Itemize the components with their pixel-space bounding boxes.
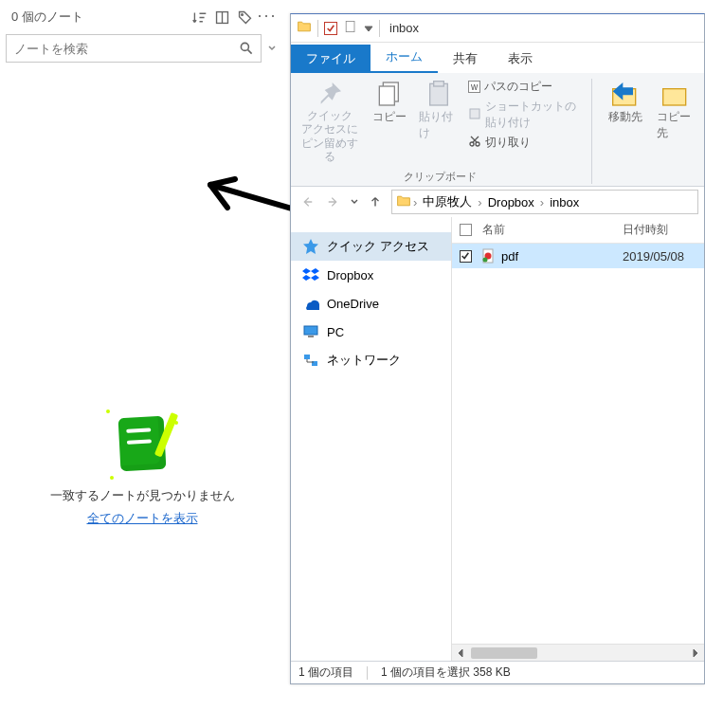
- explorer-titlebar: inbox: [291, 14, 704, 43]
- svg-rect-4: [346, 21, 354, 31]
- tree-pc[interactable]: PC: [291, 318, 451, 346]
- show-all-notes-link[interactable]: 全てのノートを表示: [87, 510, 198, 527]
- tab-home[interactable]: ホーム: [371, 43, 438, 73]
- file-explorer-window: inbox ファイル ホーム 共有 表示 クイック アクセスにピン留めする コピ…: [290, 13, 705, 684]
- header-checkbox[interactable]: [452, 224, 479, 236]
- clipboard-group-label: クリップボード: [404, 166, 477, 184]
- tree-dropbox[interactable]: Dropbox: [291, 261, 451, 289]
- svg-rect-9: [470, 109, 479, 118]
- copy-button[interactable]: コピー: [370, 79, 409, 125]
- cut-button[interactable]: 切り取り: [468, 135, 580, 151]
- tree-network[interactable]: ネットワーク: [291, 346, 451, 374]
- svg-rect-16: [304, 355, 310, 359]
- pin-label: クイック アクセスにピン留めする: [300, 109, 360, 164]
- clipboard-small-actions: wパスのコピー ショートカットの貼り付け 切り取り: [468, 79, 580, 151]
- explorer-content: クイック アクセス Dropbox OneDrive PC ネットワーク: [291, 217, 704, 661]
- nav-forward-button[interactable]: [323, 191, 344, 212]
- breadcrumb-1[interactable]: Dropbox: [484, 195, 538, 209]
- notes-count-label: 0 個のノート: [6, 9, 188, 26]
- tree-label: PC: [327, 325, 344, 339]
- tree-quick-access[interactable]: クイック アクセス: [291, 232, 451, 261]
- search-input[interactable]: [7, 42, 232, 56]
- status-bar: 1 個の項目 1 個の項目を選択 358 KB: [291, 661, 704, 683]
- pdf-icon: [479, 248, 497, 264]
- svg-point-1: [241, 13, 243, 15]
- tag-icon[interactable]: [233, 6, 256, 28]
- star-icon: [302, 238, 319, 255]
- paste-label: 貼り付け: [419, 109, 459, 141]
- nav-tree: クイック アクセス Dropbox OneDrive PC ネットワーク: [291, 217, 452, 661]
- svg-rect-15: [308, 336, 314, 337]
- scroll-right-icon[interactable]: [687, 645, 704, 662]
- qat-new-icon[interactable]: [343, 19, 358, 38]
- pin-icon: [315, 79, 345, 109]
- svg-point-10: [470, 142, 474, 146]
- sort-icon[interactable]: [188, 6, 210, 28]
- file-name: pdf: [497, 249, 623, 264]
- svg-point-20: [483, 258, 488, 263]
- paste-icon: [424, 79, 454, 109]
- notes-topbar: 0 個のノート ···: [0, 0, 284, 34]
- status-selection: 1 個の項目を選択 358 KB: [381, 664, 511, 681]
- svg-rect-7: [430, 83, 448, 105]
- no-results-area: 一致するノートが見つかりません 全てのノートを表示: [0, 417, 284, 527]
- move-to-button[interactable]: 移動先: [604, 79, 647, 125]
- nav-history-icon[interactable]: [350, 193, 359, 210]
- search-icon[interactable]: [232, 41, 261, 56]
- paste-button[interactable]: 貼り付け: [419, 79, 459, 141]
- onedrive-icon: [302, 295, 319, 312]
- dropbox-icon: [302, 266, 319, 283]
- nav-back-button[interactable]: [297, 191, 317, 212]
- tree-label: OneDrive: [327, 297, 379, 311]
- shortcut-icon: [468, 107, 481, 123]
- tree-label: Dropbox: [327, 268, 373, 282]
- tab-view[interactable]: 表示: [493, 45, 548, 73]
- copy-label: コピー: [372, 109, 407, 125]
- nav-up-button[interactable]: [365, 191, 386, 212]
- tab-file[interactable]: ファイル: [291, 45, 371, 73]
- breadcrumb-0[interactable]: 中原牧人: [419, 193, 476, 210]
- search-row: [0, 34, 284, 70]
- tree-label: クイック アクセス: [327, 238, 429, 255]
- address-folder-icon: [396, 193, 411, 211]
- header-date[interactable]: 日付時刻: [623, 222, 704, 238]
- qat-check-icon[interactable]: [324, 22, 337, 35]
- move-arrow-icon: [610, 79, 641, 109]
- copy-to-button[interactable]: コピー先: [657, 79, 695, 141]
- address-bar-row: › 中原牧人 › Dropbox › inbox: [291, 187, 704, 217]
- tree-label: ネットワーク: [327, 352, 401, 369]
- svg-point-11: [476, 142, 479, 146]
- empty-note-icon: [118, 416, 167, 471]
- tree-onedrive[interactable]: OneDrive: [291, 289, 451, 318]
- tab-share[interactable]: 共有: [438, 45, 493, 73]
- file-list: 名前 日付時刻 pdf 2019/05/08: [452, 217, 704, 661]
- breadcrumb-2[interactable]: inbox: [546, 195, 583, 209]
- address-bar[interactable]: › 中原牧人 › Dropbox › inbox: [391, 190, 698, 214]
- file-list-header: 名前 日付時刻: [452, 217, 704, 244]
- copy-path-button[interactable]: wパスのコピー: [468, 79, 580, 95]
- horizontal-scrollbar[interactable]: [452, 644, 704, 661]
- svg-rect-8: [434, 82, 444, 86]
- search-options-icon[interactable]: [265, 44, 279, 53]
- qat-dropdown-icon[interactable]: [364, 20, 373, 37]
- scroll-left-icon[interactable]: [452, 645, 469, 662]
- folder-icon: [297, 19, 312, 38]
- file-date: 2019/05/08: [623, 249, 704, 264]
- view-columns-icon[interactable]: [210, 6, 233, 28]
- svg-rect-13: [663, 89, 686, 105]
- window-title: inbox: [386, 21, 419, 35]
- notes-search-box[interactable]: [6, 34, 262, 63]
- network-icon: [302, 352, 319, 369]
- file-row[interactable]: pdf 2019/05/08: [452, 244, 704, 268]
- pin-quick-access-button[interactable]: クイック アクセスにピン留めする: [300, 79, 360, 164]
- more-icon[interactable]: ···: [256, 6, 279, 28]
- scroll-thumb[interactable]: [471, 647, 537, 659]
- row-checkbox[interactable]: [452, 250, 479, 263]
- copy-to-icon: [660, 79, 691, 109]
- header-name[interactable]: 名前: [479, 222, 623, 238]
- no-results-message: 一致するノートが見つかりません: [0, 487, 284, 504]
- ribbon-tabs: ファイル ホーム 共有 表示: [291, 43, 704, 73]
- scissors-icon: [468, 135, 481, 151]
- paste-shortcut-button[interactable]: ショートカットの貼り付け: [468, 99, 580, 131]
- notes-panel: 0 個のノート ··· 一致するノートが見つかりません 全て: [0, 0, 284, 728]
